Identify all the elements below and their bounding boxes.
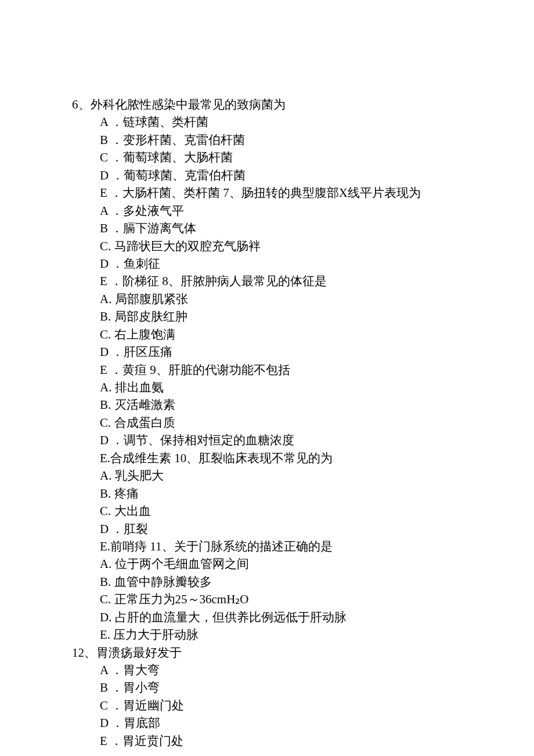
option-text: 胃大弯 bbox=[123, 663, 160, 677]
option-text: 合成维生素 10、肛裂临床表现不常见的为 bbox=[110, 451, 333, 465]
option-letter: E ． bbox=[100, 186, 122, 200]
question-line: 6、 外科化脓性感染中最常见的致病菌为 bbox=[72, 96, 482, 113]
option: E. 压力大于肝动脉 bbox=[100, 626, 482, 643]
option-text: 胃小弯 bbox=[123, 681, 160, 694]
option-letter: B ． bbox=[100, 133, 123, 147]
option: A ．链球菌、类杆菌 bbox=[100, 113, 482, 131]
question-block-6: 6、 外科化脓性感染中最常见的致病菌为 A ．链球菌、类杆菌 B ．变形杆菌、克… bbox=[72, 96, 482, 644]
option: C. 合成蛋白质 bbox=[100, 414, 482, 431]
option-text: 胃近贲门处 bbox=[122, 734, 183, 748]
option: D ．肛裂 bbox=[100, 520, 482, 538]
option: E ．黄疸 9、肝脏的代谢功能不包括 bbox=[100, 361, 482, 379]
option: C ．胃近幽门处 bbox=[100, 697, 482, 714]
option-text: 合成蛋白质 bbox=[114, 416, 175, 430]
question-text: 外科化脓性感染中最常见的致病菌为 bbox=[91, 96, 482, 113]
option-letter: B. bbox=[100, 487, 114, 501]
option-letter: D. bbox=[100, 610, 115, 624]
option: B. 疼痛 bbox=[100, 485, 482, 502]
option-text: 灭活雌激素 bbox=[114, 398, 175, 412]
option-text: 葡萄球菌、大肠杆菌 bbox=[123, 150, 233, 164]
option-letter: D ． bbox=[100, 257, 124, 271]
option-text: 多处液气平 bbox=[123, 204, 184, 218]
question-block-12: 12、 胃溃疡最好发于 A ．胃大弯 B ．胃小弯 C ．胃近幽门处 D ．胃底… bbox=[72, 644, 482, 750]
option-text: 阶梯征 8、肝脓肿病人最常见的体征是 bbox=[122, 274, 327, 288]
option: B ．膈下游离气体 bbox=[100, 219, 482, 237]
option-letter: B. bbox=[100, 575, 114, 589]
option-text: 右上腹饱满 bbox=[114, 327, 175, 341]
option: C. 马蹄状巨大的双腔充气肠袢 bbox=[100, 237, 482, 255]
option-letter: C. bbox=[100, 592, 114, 606]
option-letter: C ． bbox=[100, 699, 123, 712]
option-letter: A ． bbox=[100, 115, 123, 129]
option-text: 大出血 bbox=[114, 504, 151, 518]
option: D ．葡萄球菌、克雷伯杆菌 bbox=[100, 167, 482, 184]
option-letter: B. bbox=[100, 309, 114, 323]
option-letter: D ． bbox=[100, 345, 124, 359]
option: C. 大出血 bbox=[100, 502, 482, 520]
options-list: A ．链球菌、类杆菌 B ．变形杆菌、克雷伯杆菌 C ．葡萄球菌、大肠杆菌 D … bbox=[72, 113, 482, 643]
option: E ．阶梯征 8、肝脓肿病人最常见的体征是 bbox=[100, 272, 482, 290]
option: D. 占肝的血流量大，但供养比例远低于肝动脉 bbox=[100, 609, 482, 626]
option-text: 鱼刺征 bbox=[124, 257, 160, 271]
option: E ．胃近贲门处 bbox=[100, 732, 482, 750]
option: D ．调节、保持相对恒定的血糖浓度 bbox=[100, 431, 482, 449]
option-text: 排出血氨 bbox=[115, 380, 164, 394]
option-letter: E. bbox=[100, 628, 113, 642]
option-letter: E ． bbox=[100, 363, 122, 377]
option-letter: A. bbox=[100, 380, 115, 394]
option-text: 黄疸 9、肝脏的代谢功能不包括 bbox=[122, 363, 290, 377]
option-letter: C. bbox=[100, 239, 114, 253]
option: B. 血管中静脉瓣较多 bbox=[100, 573, 482, 591]
option: A. 排出血氨 bbox=[100, 379, 482, 396]
option: D ．胃底部 bbox=[100, 714, 482, 732]
option-letter: D ． bbox=[100, 716, 124, 730]
option: E.合成维生素 10、肛裂临床表现不常见的为 bbox=[100, 449, 482, 467]
option-text: 马蹄状巨大的双腔充气肠袢 bbox=[114, 239, 261, 253]
option: A ．多处液气平 bbox=[100, 202, 482, 219]
option: A. 乳头肥大 bbox=[100, 467, 482, 484]
option-letter: E ． bbox=[100, 734, 122, 748]
option-letter: E. bbox=[100, 451, 110, 465]
option-text: 占肝的血流量大，但供养比例远低于肝动脉 bbox=[115, 610, 347, 624]
option-text: 肝区压痛 bbox=[124, 345, 172, 359]
option: C. 正常压力为25～36cmH₂O bbox=[100, 591, 482, 608]
option-letter: D ． bbox=[100, 168, 124, 182]
option: C. 右上腹饱满 bbox=[100, 326, 482, 343]
option-text: 疼痛 bbox=[114, 487, 139, 501]
option-letter: E ． bbox=[100, 274, 122, 288]
option: E.前哨痔 11、关于门脉系统的描述正确的是 bbox=[100, 538, 482, 555]
option: C ．葡萄球菌、大肠杆菌 bbox=[100, 149, 482, 166]
option-letter: A. bbox=[100, 292, 115, 306]
option-text: 胃底部 bbox=[124, 716, 160, 730]
option-text: 肛裂 bbox=[124, 522, 148, 536]
option-text: 膈下游离气体 bbox=[123, 221, 196, 235]
option-text: 调节、保持相对恒定的血糖浓度 bbox=[124, 433, 294, 447]
option: B ．胃小弯 bbox=[100, 679, 482, 696]
option-text: 局部皮肤红肿 bbox=[114, 309, 187, 323]
option-letter: A ． bbox=[100, 204, 123, 218]
option-text: 葡萄球菌、克雷伯杆菌 bbox=[124, 168, 246, 182]
option-letter: C. bbox=[100, 504, 114, 518]
options-list: A ．胃大弯 B ．胃小弯 C ．胃近幽门处 D ．胃底部 E ．胃近贲门处 bbox=[72, 661, 482, 750]
option-text: 链球菌、类杆菌 bbox=[123, 115, 208, 129]
document-page: 6、 外科化脓性感染中最常见的致病菌为 A ．链球菌、类杆菌 B ．变形杆菌、克… bbox=[0, 0, 534, 756]
option-letter: C ． bbox=[100, 150, 123, 164]
option-letter: B ． bbox=[100, 221, 123, 235]
option: D ．鱼刺征 bbox=[100, 255, 482, 272]
option: B. 局部皮肤红肿 bbox=[100, 308, 482, 325]
question-text: 胃溃疡最好发于 bbox=[96, 644, 482, 661]
question-number: 6、 bbox=[72, 96, 91, 113]
option-text: 乳头肥大 bbox=[115, 469, 164, 483]
option: A. 位于两个毛细血管网之间 bbox=[100, 555, 482, 573]
option-text: 局部腹肌紧张 bbox=[115, 292, 188, 306]
option-text: 血管中静脉瓣较多 bbox=[114, 575, 212, 589]
option-letter: A. bbox=[100, 469, 115, 483]
option: A ．胃大弯 bbox=[100, 661, 482, 679]
question-line: 12、 胃溃疡最好发于 bbox=[72, 644, 482, 661]
option-text: 胃近幽门处 bbox=[123, 699, 184, 712]
option-letter: A ． bbox=[100, 663, 123, 677]
option: A. 局部腹肌紧张 bbox=[100, 290, 482, 308]
option-text: 变形杆菌、克雷伯杆菌 bbox=[123, 133, 245, 147]
option-letter: A. bbox=[100, 557, 115, 571]
option-letter: E. bbox=[100, 539, 110, 553]
